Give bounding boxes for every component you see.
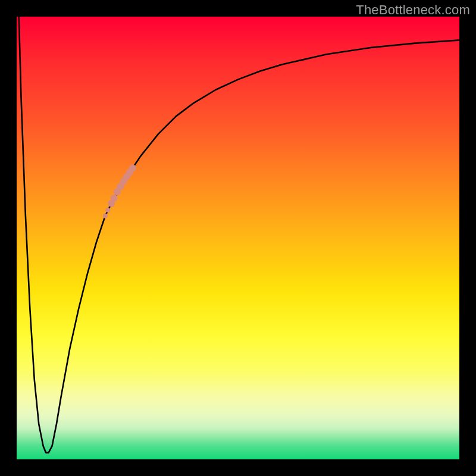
- curve-markers: [103, 164, 136, 218]
- curve-marker: [103, 214, 108, 218]
- bottleneck-curve: [19, 17, 459, 453]
- curve-marker: [129, 164, 136, 171]
- curve-marker: [111, 195, 118, 202]
- watermark-text: TheBottleneck.com: [356, 2, 470, 18]
- chart-stage: TheBottleneck.com: [0, 0, 476, 476]
- curve-marker: [105, 208, 110, 212]
- plot-area: [17, 17, 459, 459]
- curve-layer: [17, 17, 459, 459]
